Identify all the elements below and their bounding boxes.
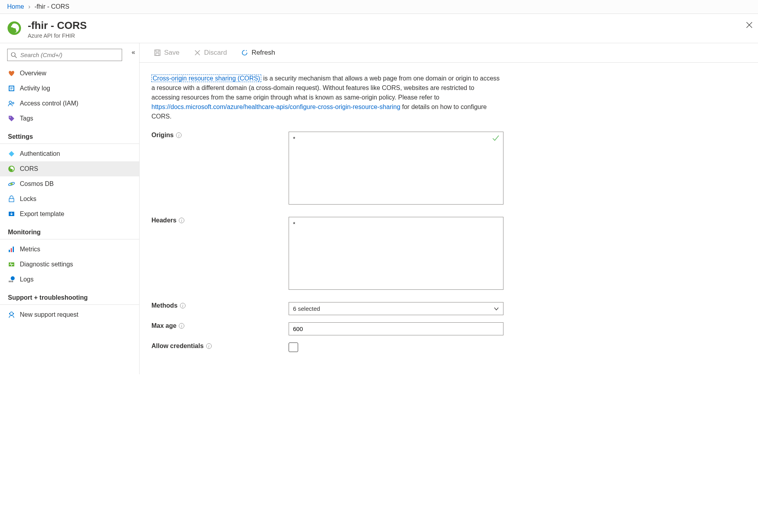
sidebar-item-cors[interactable]: CORS	[0, 161, 139, 176]
sidebar-item-label: Cosmos DB	[20, 180, 54, 188]
allow-credentials-checkbox[interactable]	[289, 343, 298, 352]
svg-rect-25	[12, 281, 13, 282]
checkmark-icon	[492, 134, 500, 143]
sidebar-item-label: Diagnostic settings	[20, 261, 73, 268]
sidebar-item-label: Overview	[20, 70, 46, 77]
svg-line-4	[15, 56, 17, 58]
refresh-button[interactable]: Refresh	[239, 47, 278, 58]
sidebar-item-label: CORS	[20, 165, 38, 172]
page-title: -fhir - CORS	[28, 19, 87, 32]
resource-logo-icon	[7, 21, 21, 35]
chart-icon	[8, 246, 15, 253]
info-icon[interactable]: i	[180, 303, 186, 308]
info-icon[interactable]: i	[179, 323, 184, 329]
discard-button[interactable]: Discard	[191, 47, 230, 58]
tag-icon	[8, 115, 15, 122]
svg-point-1	[11, 26, 13, 27]
discard-icon	[194, 49, 201, 56]
sidebar-item-locks[interactable]: Locks	[0, 191, 139, 207]
breadcrumb-separator: ›	[28, 3, 30, 10]
methods-select[interactable]: 6 selected	[289, 302, 503, 315]
diagnostic-icon	[8, 261, 15, 268]
heart-icon	[8, 70, 15, 77]
sidebar-item-access-control[interactable]: Access control (IAM)	[0, 96, 139, 111]
svg-rect-19	[11, 248, 12, 252]
maxage-input[interactable]	[289, 322, 503, 335]
sidebar-item-diagnostic-settings[interactable]: Diagnostic settings	[0, 257, 139, 272]
cors-description: Cross-origin resource sharing (CORS) is …	[151, 74, 503, 121]
cosmos-icon	[8, 180, 15, 188]
info-icon[interactable]: i	[176, 132, 182, 138]
refresh-icon	[241, 49, 248, 56]
origins-input[interactable]: *	[289, 132, 503, 205]
sidebar-item-logs[interactable]: Logs	[0, 272, 139, 287]
sidebar-item-label: Activity log	[20, 85, 50, 92]
close-button[interactable]	[745, 21, 753, 31]
sidebar-item-label: Metrics	[20, 246, 40, 253]
breadcrumb-current: -fhir - CORS	[34, 3, 69, 10]
search-input[interactable]	[20, 52, 119, 58]
collapse-sidebar-button[interactable]: «	[132, 49, 135, 56]
search-icon	[11, 52, 17, 58]
info-icon[interactable]: i	[179, 218, 184, 223]
sidebar-item-label: Access control (IAM)	[20, 100, 78, 107]
sidebar-item-label: Locks	[20, 195, 36, 203]
svg-rect-23	[9, 281, 10, 282]
cors-docs-link[interactable]: https://docs.microsoft.com/azure/healthc…	[151, 103, 400, 110]
close-icon	[745, 21, 753, 29]
chevron-down-icon	[494, 306, 499, 312]
maxage-label: Max age i	[151, 322, 289, 329]
headers-label: Headers i	[151, 217, 289, 224]
diamond-icon	[8, 150, 15, 157]
svg-rect-24	[10, 281, 11, 282]
save-button[interactable]: Save	[151, 47, 182, 58]
cors-wiki-link[interactable]: Cross-origin resource sharing (CORS)	[151, 75, 261, 82]
sidebar-item-new-support-request[interactable]: New support request	[0, 307, 139, 322]
svg-rect-31	[156, 53, 159, 55]
page-header: -fhir - CORS Azure API for FHIR	[0, 14, 758, 43]
svg-point-11	[12, 102, 14, 104]
sidebar-item-authentication[interactable]: Authentication	[0, 146, 139, 161]
sidebar-item-label: Tags	[20, 115, 33, 122]
toolbar: Save Discard Refresh	[140, 43, 758, 63]
logs-icon	[8, 276, 15, 283]
svg-rect-20	[13, 247, 14, 252]
svg-rect-18	[9, 250, 10, 252]
sidebar-item-label: Logs	[20, 276, 34, 283]
breadcrumb-home-link[interactable]: Home	[7, 3, 24, 10]
svg-point-15	[10, 183, 13, 185]
main-content: Save Discard Refresh Cross-origin resour…	[140, 43, 758, 374]
info-icon[interactable]: i	[206, 343, 212, 349]
lock-icon	[8, 195, 15, 203]
svg-point-10	[9, 101, 11, 103]
sidebar-section-monitoring: Monitoring	[0, 222, 139, 239]
sidebar-item-label: Authentication	[20, 150, 60, 157]
svg-rect-16	[9, 199, 14, 202]
svg-rect-28	[13, 313, 14, 314]
sidebar-item-activity-log[interactable]: Activity log	[0, 81, 139, 96]
cors-icon	[8, 165, 15, 172]
page-subtitle: Azure API for FHIR	[28, 33, 87, 39]
svg-rect-27	[9, 313, 10, 314]
svg-rect-29	[155, 50, 160, 55]
sidebar: « Overview Activity log Access control (…	[0, 43, 140, 374]
export-icon	[8, 211, 15, 218]
svg-point-2	[16, 29, 17, 31]
sidebar-search[interactable]	[7, 49, 122, 61]
headers-input[interactable]: *	[289, 217, 503, 290]
sidebar-item-tags[interactable]: Tags	[0, 111, 139, 126]
save-icon	[154, 49, 161, 56]
methods-label: Methods i	[151, 302, 289, 309]
svg-point-22	[11, 276, 15, 280]
sidebar-item-cosmos-db[interactable]: Cosmos DB	[0, 176, 139, 191]
svg-point-26	[10, 312, 13, 315]
log-icon	[8, 85, 15, 92]
allow-credentials-label: Allow credentials i	[151, 343, 289, 350]
origins-label: Origins i	[151, 132, 289, 139]
svg-rect-30	[156, 50, 159, 52]
support-icon	[8, 311, 15, 318]
sidebar-item-export-template[interactable]: Export template	[0, 207, 139, 222]
sidebar-section-support: Support + troubleshooting	[0, 287, 139, 305]
sidebar-item-overview[interactable]: Overview	[0, 66, 139, 81]
sidebar-item-metrics[interactable]: Metrics	[0, 242, 139, 257]
